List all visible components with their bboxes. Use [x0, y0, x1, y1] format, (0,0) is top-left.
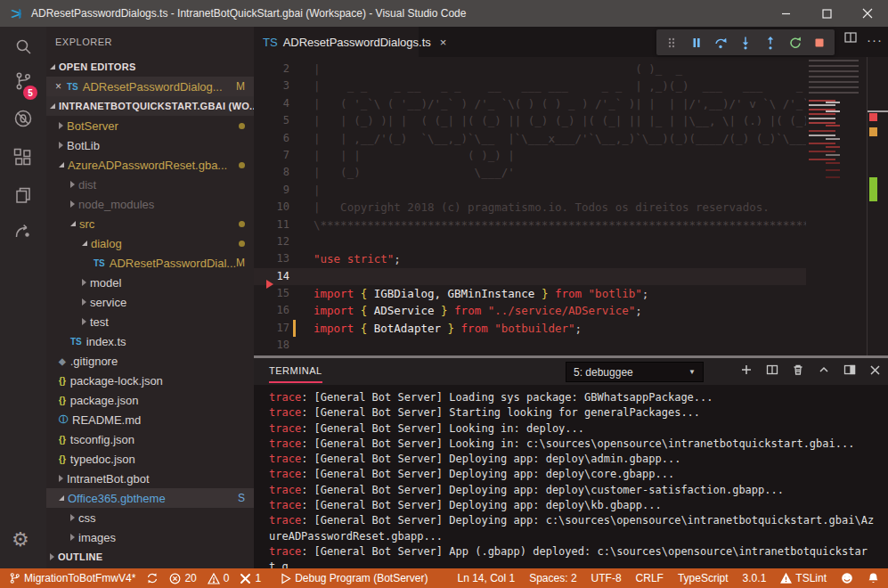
code-line-18[interactable]: 18: [254, 337, 806, 354]
feedback-smiley-icon[interactable]: [841, 572, 853, 584]
tree-item[interactable]: AzureADPasswordReset.gba...: [46, 155, 254, 175]
tree-item[interactable]: test: [46, 312, 254, 331]
toggle-panel-icon[interactable]: [843, 363, 856, 380]
tab-adresetpassworddialogs[interactable]: TS ADResetPasswordDialogs.ts ×: [254, 27, 419, 57]
tree-item[interactable]: model: [46, 273, 254, 292]
code-line-4[interactable]: 4| ( '_`\ ( '__)/'_` ) /'_ `\( ) ( ) _ )…: [254, 95, 806, 112]
debug-icon[interactable]: [12, 108, 34, 129]
modified-line-gutter-marker: [293, 320, 296, 337]
tree-section-open-editors[interactable]: OPEN EDITORS: [46, 57, 254, 77]
split-editor-icon[interactable]: [843, 30, 858, 48]
tree-item[interactable]: node_modules: [46, 194, 254, 214]
files-icon[interactable]: [12, 184, 34, 206]
split-terminal-icon[interactable]: [766, 363, 778, 380]
code-line-17[interactable]: 17import { BotAdapter } from "botbuilder…: [254, 320, 806, 337]
tree-item[interactable]: TSindex.ts: [46, 331, 254, 351]
new-terminal-icon[interactable]: [740, 363, 753, 380]
eol-item[interactable]: CRLF: [636, 572, 664, 584]
indentation-item[interactable]: Spaces: 2: [529, 572, 576, 584]
restart-button[interactable]: [786, 33, 805, 53]
tree-item[interactable]: TSADResetPasswordDial...M: [46, 253, 254, 273]
close-button[interactable]: [847, 0, 888, 27]
editor-group: TS ADResetPasswordDialogs.ts ×: [254, 27, 888, 355]
code-line-11[interactable]: 11\*************************************…: [254, 216, 806, 233]
json-file-icon: {}: [59, 454, 66, 464]
code-line-2[interactable]: 2| ( )_ _: [254, 61, 806, 78]
tree-item[interactable]: dialog: [46, 233, 254, 253]
git-branch-item[interactable]: MigrationToBotFmwV4*: [9, 572, 135, 584]
sync-icon[interactable]: [146, 572, 159, 584]
chevron-down-icon: ▼: [688, 368, 696, 376]
tree-section-intranetbotquickstart-gbai-wo-[interactable]: INTRANETBOTQUICKSTART.GBAI (WO...: [46, 96, 254, 116]
close-panel-icon[interactable]: [869, 363, 881, 380]
debug-execution-marker: [266, 280, 273, 289]
code-line-9[interactable]: 9|: [254, 182, 806, 199]
debug-program-item[interactable]: Debug Program (BotServer): [281, 572, 428, 584]
minimap[interactable]: [806, 57, 867, 355]
search-icon[interactable]: [12, 37, 34, 58]
tree-item[interactable]: IntranetBot.gbot: [46, 469, 254, 488]
tslint-item[interactable]: TSLint: [780, 572, 827, 584]
tree-item[interactable]: src: [46, 214, 254, 233]
tree-item[interactable]: BotServer: [46, 116, 254, 135]
extensions-icon[interactable]: [12, 147, 34, 168]
ruler-error-marker: [869, 113, 877, 121]
code-line-15[interactable]: 15import { IGBDialog, GBMinInstance } fr…: [254, 285, 806, 302]
step-out-button[interactable]: [761, 33, 780, 53]
stop-button[interactable]: [810, 33, 829, 53]
code-line-5[interactable]: 5| | (_) )| | ( (_| |( (_) || (_) (_) |(…: [254, 112, 806, 129]
pause-button[interactable]: [687, 33, 706, 53]
step-over-button[interactable]: [711, 33, 730, 53]
code-line-16[interactable]: 16import { ADService } from "../service/…: [254, 302, 806, 319]
tree-item[interactable]: service: [46, 292, 254, 312]
language-mode-item[interactable]: TypeScript: [678, 572, 729, 584]
settings-gear-icon[interactable]: ⚙: [12, 530, 29, 550]
tree-item[interactable]: {}tsconfig.json: [46, 429, 254, 449]
terminal-select[interactable]: 5: debuggee ▼: [566, 362, 704, 382]
more-actions-icon[interactable]: ···: [867, 32, 883, 47]
tree-item[interactable]: ◆.gitignore: [46, 351, 254, 371]
tab-terminal[interactable]: TERMINAL: [269, 365, 322, 378]
tree-item[interactable]: images: [46, 527, 254, 547]
minimize-button[interactable]: [765, 0, 806, 27]
code-line-6[interactable]: 6| | ,__/'(_) `\__,_)`\__ |`\___x___/'`\…: [254, 130, 806, 147]
tree-item[interactable]: {}package.json: [46, 390, 254, 410]
errors-item[interactable]: 20: [169, 572, 196, 584]
step-into-button[interactable]: [736, 33, 755, 53]
explorer-tree: OPEN EDITORS×TSADResetPasswordDialog...M…: [46, 57, 254, 567]
code-line-13[interactable]: 13"use strict";: [254, 250, 806, 267]
modified-dot: [239, 221, 245, 227]
code-line-7[interactable]: 7| | | ( )_) |: [254, 147, 806, 164]
tree-section-outline[interactable]: OUTLINE: [46, 547, 254, 567]
kill-terminal-icon[interactable]: [792, 363, 804, 380]
code-line-10[interactable]: 10| Copyright 2018 (c) pragmatismo.io. T…: [254, 199, 806, 216]
tab-close-icon[interactable]: ×: [440, 36, 447, 49]
tree-item[interactable]: css: [46, 508, 254, 527]
notifications-bell-icon[interactable]: [868, 572, 879, 584]
terminal-line: trace: [General Bot Server] Deploying ap…: [269, 483, 879, 498]
maximize-button[interactable]: [806, 0, 847, 27]
ts-version-item[interactable]: 3.0.1: [743, 572, 767, 584]
code-line-12[interactable]: 12: [254, 233, 806, 250]
maximize-panel-icon[interactable]: [818, 363, 830, 380]
panel-header: TERMINAL 5: debuggee ▼: [254, 358, 888, 385]
tree-item[interactable]: {}typedoc.json: [46, 449, 254, 469]
tree-item[interactable]: ⓘREADME.md: [46, 410, 254, 429]
code-line-14[interactable]: 14: [254, 268, 806, 285]
tree-item[interactable]: BotLib: [46, 135, 254, 155]
tools-item[interactable]: 1: [240, 572, 261, 584]
tree-item[interactable]: {}package-lock.json: [46, 371, 254, 390]
code-line-3[interactable]: 3| _ _ _ __ _ _ __ ___ ___ _ _ | ,_)(_) …: [254, 78, 806, 94]
share-icon[interactable]: [12, 220, 34, 241]
open-editor-item[interactable]: ×TSADResetPasswordDialog...M: [46, 77, 254, 96]
cursor-position-item[interactable]: Ln 14, Col 1: [457, 572, 515, 584]
terminal-output[interactable]: trace: [General Bot Server] Loading sys …: [254, 385, 888, 568]
tree-item[interactable]: Office365.gbthemeS: [46, 488, 254, 508]
encoding-item[interactable]: UTF-8: [591, 572, 622, 584]
code-line-8[interactable]: 8| (_) \___/': [254, 164, 806, 181]
warnings-item[interactable]: 0: [208, 572, 230, 584]
toolbar-drag-handle[interactable]: [662, 33, 681, 53]
tree-item[interactable]: dist: [46, 175, 254, 194]
overview-ruler[interactable]: [867, 57, 888, 355]
code-editor[interactable]: 2| ( )_ _3| _ _ _ __ _ _ __ ___ ___ _ _ …: [254, 57, 888, 355]
